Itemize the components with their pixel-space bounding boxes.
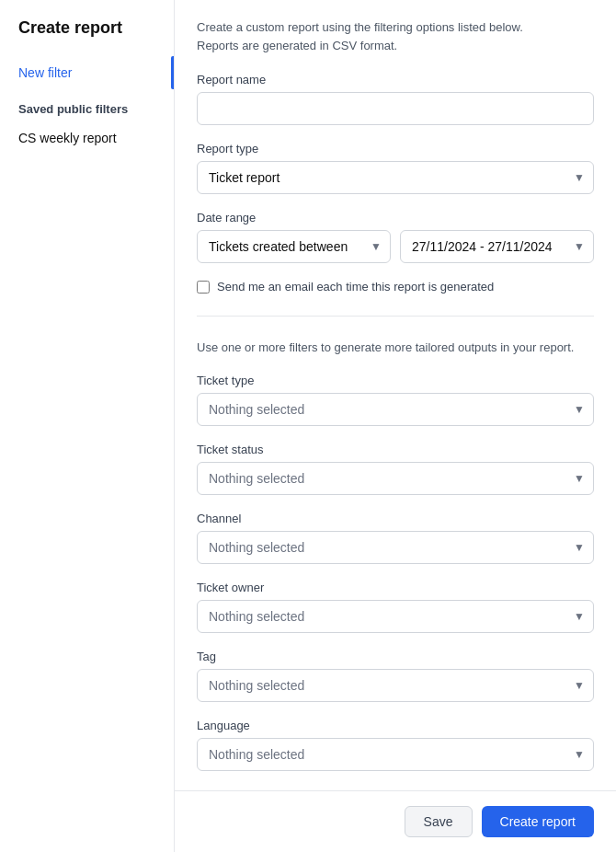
form-description: Create a custom report using the filteri… bbox=[197, 18, 594, 54]
ticket-status-wrapper: Nothing selected ▼ bbox=[197, 462, 594, 495]
ticket-owner-select[interactable]: Nothing selected bbox=[197, 600, 594, 633]
email-checkbox-row: Send me an email each time this report i… bbox=[197, 280, 594, 294]
ticket-status-label: Ticket status bbox=[197, 443, 594, 456]
report-name-input[interactable] bbox=[197, 92, 594, 125]
ticket-owner-label: Ticket owner bbox=[197, 581, 594, 594]
language-group: Language Nothing selected ▼ bbox=[197, 719, 594, 771]
channel-wrapper: Nothing selected ▼ bbox=[197, 531, 594, 564]
date-range-type-select[interactable]: Tickets created between bbox=[197, 230, 391, 263]
report-type-select[interactable]: Ticket report bbox=[197, 161, 594, 194]
filters-container: Ticket type Nothing selected ▼ Ticket st… bbox=[197, 374, 594, 791]
date-range-dates-select[interactable]: 27/11/2024 - 27/11/2024 bbox=[400, 230, 594, 263]
sidebar-item-new-filter[interactable]: New filter bbox=[0, 56, 174, 89]
ticket-owner-group: Ticket owner Nothing selected ▼ bbox=[197, 581, 594, 633]
report-name-group: Report name bbox=[197, 73, 594, 125]
tag-wrapper: Nothing selected ▼ bbox=[197, 669, 594, 702]
create-report-button[interactable]: Create report bbox=[482, 806, 594, 837]
report-type-group: Report type Ticket report ▼ bbox=[197, 142, 594, 194]
language-wrapper: Nothing selected ▼ bbox=[197, 738, 594, 771]
ticket-type-select[interactable]: Nothing selected bbox=[197, 393, 594, 426]
sidebar-section-saved: Saved public filters bbox=[0, 89, 174, 121]
tag-select[interactable]: Nothing selected bbox=[197, 669, 594, 702]
ticket-status-select[interactable]: Nothing selected bbox=[197, 462, 594, 495]
tag-group: Tag Nothing selected ▼ bbox=[197, 650, 594, 702]
ticket-status-group: Ticket status Nothing selected ▼ bbox=[197, 443, 594, 495]
email-checkbox-label: Send me an email each time this report i… bbox=[217, 280, 494, 294]
ticket-type-group: Ticket type Nothing selected ▼ bbox=[197, 374, 594, 426]
channel-label: Channel bbox=[197, 512, 594, 525]
report-type-wrapper: Ticket report ▼ bbox=[197, 161, 594, 194]
date-range-group: Date range Tickets created between ▼ 27/… bbox=[197, 211, 594, 263]
section-divider bbox=[197, 316, 594, 317]
report-type-label: Report type bbox=[197, 142, 594, 155]
footer-buttons: Save Create report bbox=[175, 790, 616, 852]
save-button[interactable]: Save bbox=[405, 806, 473, 837]
ticket-type-label: Ticket type bbox=[197, 374, 594, 387]
page-title: Create report bbox=[0, 18, 174, 56]
channel-group: Channel Nothing selected ▼ bbox=[197, 512, 594, 564]
email-checkbox[interactable] bbox=[197, 281, 210, 294]
date-range-dates-wrapper: 27/11/2024 - 27/11/2024 ▼ bbox=[400, 230, 594, 263]
tag-label: Tag bbox=[197, 650, 594, 663]
channel-select[interactable]: Nothing selected bbox=[197, 531, 594, 564]
filter-description: Use one or more filters to generate more… bbox=[197, 339, 594, 357]
date-range-label: Date range bbox=[197, 211, 594, 225]
sidebar: Create report New filter Saved public fi… bbox=[0, 0, 175, 852]
ticket-type-wrapper: Nothing selected ▼ bbox=[197, 393, 594, 426]
report-name-label: Report name bbox=[197, 73, 594, 86]
language-label: Language bbox=[197, 719, 594, 732]
language-select[interactable]: Nothing selected bbox=[197, 738, 594, 771]
date-range-row: Tickets created between ▼ 27/11/2024 - 2… bbox=[197, 230, 594, 263]
date-range-type-wrapper: Tickets created between ▼ bbox=[197, 230, 391, 263]
sidebar-item-cs-weekly-report[interactable]: CS weekly report bbox=[0, 121, 174, 155]
ticket-owner-wrapper: Nothing selected ▼ bbox=[197, 600, 594, 633]
main-content: Create a custom report using the filteri… bbox=[175, 0, 616, 790]
